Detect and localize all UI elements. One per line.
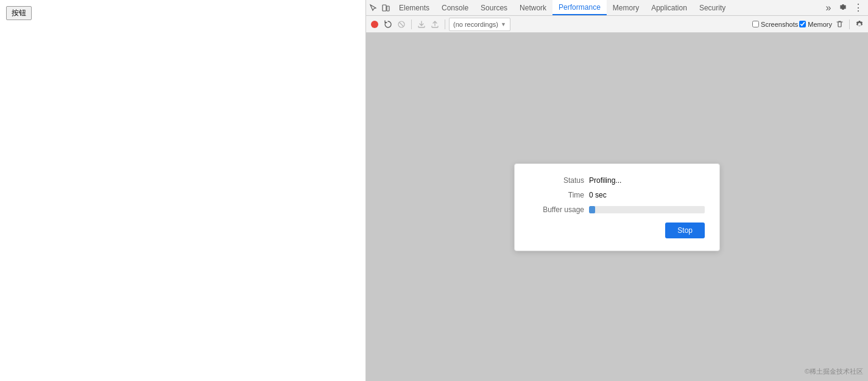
screenshots-label: Screenshots bbox=[761, 21, 798, 28]
main-content-area: Status Profiling... Time 0 sec Buffer us… bbox=[366, 33, 868, 381]
dialog-footer: Stop bbox=[529, 223, 705, 238]
screenshots-checkbox[interactable] bbox=[752, 21, 759, 27]
svg-rect-0 bbox=[383, 5, 386, 11]
clear-button[interactable] bbox=[395, 18, 408, 30]
toolbar: (no recordings) ▼ Screenshots Memory bbox=[366, 16, 868, 33]
more-options-icon[interactable]: ⋮ bbox=[852, 2, 863, 13]
tab-list: Elements Console Sources Network Perform… bbox=[393, 0, 818, 15]
save-profile-button[interactable] bbox=[429, 18, 441, 30]
tab-bar-right: » ⋮ bbox=[818, 2, 868, 13]
load-profile-button[interactable] bbox=[415, 18, 428, 30]
stop-button[interactable]: Stop bbox=[665, 223, 705, 238]
toolbar-separator-3 bbox=[849, 20, 850, 29]
recordings-arrow-icon: ▼ bbox=[501, 21, 506, 27]
tab-bar-left-icons bbox=[366, 3, 393, 13]
inspect-icon[interactable] bbox=[369, 3, 378, 13]
buffer-bar-container bbox=[589, 206, 705, 213]
time-value: 0 sec bbox=[589, 191, 607, 199]
memory-label-toolbar: Memory bbox=[808, 21, 832, 28]
tab-network[interactable]: Network bbox=[513, 0, 552, 15]
status-label: Status bbox=[529, 176, 584, 185]
buffer-label: Buffer usage bbox=[529, 205, 584, 214]
recordings-value: (no recordings) bbox=[453, 21, 498, 28]
time-row: Time 0 sec bbox=[529, 191, 705, 199]
toolbar-separator-2 bbox=[445, 20, 445, 29]
tab-console[interactable]: Console bbox=[436, 0, 475, 15]
status-value: Profiling... bbox=[589, 176, 621, 185]
buffer-bar-fill bbox=[589, 206, 595, 213]
record-button[interactable] bbox=[369, 18, 381, 30]
page-area: 按钮 bbox=[0, 0, 365, 381]
profiling-dialog: Status Profiling... Time 0 sec Buffer us… bbox=[514, 163, 720, 251]
screenshots-checkbox-label[interactable]: Screenshots bbox=[752, 21, 798, 28]
panel-settings-icon[interactable] bbox=[853, 18, 866, 30]
tab-memory[interactable]: Memory bbox=[607, 0, 645, 15]
record-dot bbox=[371, 21, 378, 28]
reload-record-button[interactable] bbox=[382, 18, 394, 30]
tab-security[interactable]: Security bbox=[693, 0, 732, 15]
recordings-select[interactable]: (no recordings) ▼ bbox=[449, 18, 510, 31]
watermark: ©稀土掘金技术社区 bbox=[805, 367, 863, 376]
settings-gear-icon[interactable] bbox=[838, 2, 849, 13]
page-button[interactable]: 按钮 bbox=[6, 6, 32, 20]
status-row: Status Profiling... bbox=[529, 176, 705, 185]
memory-checkbox[interactable] bbox=[799, 21, 806, 27]
buffer-row: Buffer usage bbox=[529, 205, 705, 214]
more-tabs-icon[interactable]: » bbox=[823, 2, 834, 13]
device-icon[interactable] bbox=[381, 3, 390, 13]
memory-checkbox-label[interactable]: Memory bbox=[799, 21, 832, 28]
clear-recordings-button[interactable] bbox=[833, 18, 845, 30]
svg-rect-1 bbox=[387, 6, 389, 11]
time-label: Time bbox=[529, 191, 584, 199]
toolbar-separator-1 bbox=[411, 20, 412, 29]
tab-application[interactable]: Application bbox=[645, 0, 693, 15]
devtools-panel: Elements Console Sources Network Perform… bbox=[365, 0, 868, 381]
tab-elements[interactable]: Elements bbox=[393, 0, 436, 15]
tab-performance[interactable]: Performance bbox=[552, 0, 607, 15]
svg-line-3 bbox=[400, 23, 403, 26]
tab-sources[interactable]: Sources bbox=[475, 0, 513, 15]
tab-bar: Elements Console Sources Network Perform… bbox=[366, 0, 868, 16]
